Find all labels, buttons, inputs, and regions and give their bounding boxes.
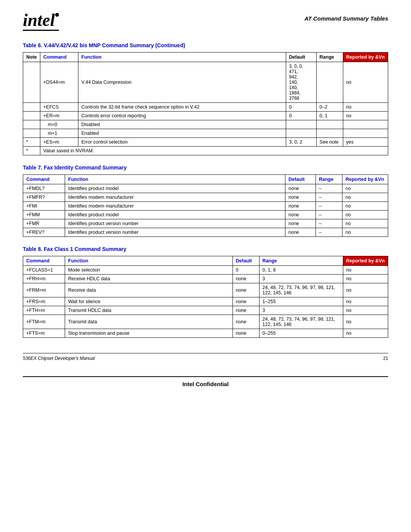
table6-col-reported: Reported by &Vn xyxy=(343,53,388,62)
table7-title: Table 7. Fax Identity Command Summary xyxy=(23,165,388,171)
table-row: +ER=m Controls error control reporting 0… xyxy=(23,112,388,120)
table-row: +FMDL? Identifies product model none – n… xyxy=(23,184,388,193)
table8-col-reported: Reported by &Vn xyxy=(343,256,388,266)
table7: Command Function Default Range Reported … xyxy=(23,174,388,237)
table6-col-default: Default xyxy=(286,53,316,62)
footer-manual-name: 536EX Chipset Developer's Manual xyxy=(23,356,95,361)
table-row-asterisk: * Value saved in NVRAM. xyxy=(23,147,388,155)
table7-col-function: Function xyxy=(65,175,285,184)
table-row: +EFCS Controls the 32-bit frame check se… xyxy=(23,103,388,112)
footer-page-number: 21 xyxy=(383,356,388,361)
table7-col-default: Default xyxy=(285,175,316,184)
table-row: +FTM=m Transmit data none 24, 48, 72, 73… xyxy=(23,315,388,329)
table-row: +FMFR? Identifies modem manufacturer non… xyxy=(23,193,388,202)
table-row: +FMI Identifies modem manufacturer none … xyxy=(23,202,388,211)
table8: Command Function Default Range Reported … xyxy=(23,256,388,338)
table-row: +FMR Identifies product version number n… xyxy=(23,219,388,228)
page-header: intel AT Command Summary Tables xyxy=(23,11,388,31)
table-row: m=1 Enabled xyxy=(23,129,388,138)
table-row: +FTH=m Transmit HDLC data none 3 no xyxy=(23,306,388,315)
table6-col-note: Note xyxy=(23,53,40,62)
table7-col-range: Range xyxy=(316,175,342,184)
table-row: +FTS=m Stop transmission and pause none … xyxy=(23,329,388,338)
table-row: +DS44=m V.44 Data Compression 3, 0, 0,47… xyxy=(23,62,388,103)
table-row: +FRM=m Receive data none 24, 48, 72, 73,… xyxy=(23,283,388,297)
table8-col-range: Range xyxy=(259,256,343,266)
page-bottom-text: Intel Confidential xyxy=(23,376,388,387)
table-row: +FCLASS=1 Mode selection 0 0, 1, 8 no xyxy=(23,266,388,275)
table6-col-command: Command xyxy=(40,53,78,62)
table7-col-command: Command xyxy=(23,175,65,184)
table6-col-function: Function xyxy=(78,53,286,62)
table-row: +FRS=m Wait for silence none 1–255 no xyxy=(23,297,388,306)
table-row: +FRH=m Receive HDLC data none 3 no xyxy=(23,275,388,283)
page-footer: 536EX Chipset Developer's Manual 21 xyxy=(23,353,388,361)
table-row: +FREV? Identifies product version number… xyxy=(23,228,388,237)
table6-col-range: Range xyxy=(316,53,343,62)
table-row: +FMM Identifies product model none – no xyxy=(23,211,388,219)
table8-col-function: Function xyxy=(65,256,233,266)
table-row: * +ES=m Error control selection 3, 0, 2 … xyxy=(23,138,388,147)
table-row: m=0 Disabled xyxy=(23,120,388,129)
table6: Note Command Function Default Range Repo… xyxy=(23,52,388,155)
table6-title: Table 6. V.44/V.42/V.42 bis MNP Command … xyxy=(23,42,388,48)
header-title: AT Command Summary Tables xyxy=(304,11,388,22)
intel-logo: intel xyxy=(23,11,59,31)
table8-col-command: Command xyxy=(23,256,65,266)
table8-col-default: Default xyxy=(233,256,259,266)
table8-title: Table 8. Fax Class 1 Command Summary xyxy=(23,246,388,252)
table7-col-reported: Reported by &Vn xyxy=(342,175,388,184)
